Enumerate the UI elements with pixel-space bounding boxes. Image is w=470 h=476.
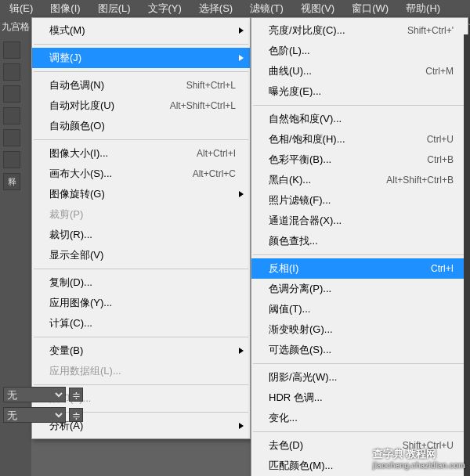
menu-separator [253, 431, 466, 432]
menu-item[interactable]: 视图(V) [295, 0, 341, 17]
left-panel-cell[interactable] [3, 41, 20, 59]
menu-item-label: 应用数据组(L)... [49, 364, 121, 378]
menu-item[interactable]: HDR 色调... [251, 388, 468, 408]
left-panel-cell[interactable] [3, 63, 20, 81]
menu-item[interactable]: 复制(D)... [32, 272, 250, 293]
menu-item-label: 计算(C)... [49, 316, 92, 330]
menu-item[interactable]: 模式(M) [32, 20, 250, 41]
select-1[interactable]: 无 [3, 387, 66, 402]
menu-item[interactable]: 辑(E) [3, 0, 39, 17]
menu-item[interactable]: 照片滤镜(F)... [251, 190, 468, 211]
menu-item[interactable]: 黑白(K)...Alt+Shift+Ctrl+B [251, 170, 468, 190]
menu-item[interactable]: 自然饱和度(V)... [251, 109, 468, 129]
menu-item[interactable]: 颜色查找... [251, 231, 468, 251]
menu-item-shortcut: Ctrl+U [427, 134, 454, 145]
menu-item: 应用数据组(L)... [32, 361, 250, 381]
menu-item-label: 变化... [269, 411, 298, 425]
menu-item-shortcut: Alt+Ctrl+I [197, 148, 236, 159]
left-panel-cell[interactable] [3, 107, 20, 124]
menu-item-label: 阴影/高光(W)... [269, 370, 337, 384]
menu-item-label: 自动对比度(U) [49, 99, 114, 113]
menu-item-label: 变量(B) [49, 344, 83, 358]
menu-item[interactable]: 画布大小(S)...Alt+Ctrl+C [32, 164, 250, 184]
menu-separator [34, 71, 248, 72]
menu-item-shortcut: Ctrl+I [431, 263, 454, 274]
submenu-arrow-icon [239, 191, 244, 197]
menu-item[interactable]: 文字(Y) [142, 0, 188, 17]
menu-separator [34, 139, 248, 140]
menu-item[interactable]: 阈值(T)... [251, 299, 468, 319]
menu-item-label: 显示全部(V) [49, 248, 103, 262]
menu-item[interactable]: 色阶(L)... [251, 41, 468, 61]
menu-item-label: 图像大小(I)... [49, 146, 108, 160]
menu-item[interactable]: 调整(J) [32, 48, 250, 68]
menu-item-label: 色彩平衡(B)... [269, 153, 331, 167]
menu-item-label: 颜色查找... [269, 234, 318, 248]
left-panel-label: 九宫格 [0, 17, 31, 37]
select-2[interactable]: 无 [3, 407, 66, 423]
menu-item-label: 去色(D) [269, 438, 303, 453]
menu-item[interactable]: 自动色调(N)Shift+Ctrl+L [32, 75, 250, 96]
menu-separator [253, 254, 466, 255]
menu-item[interactable]: 通道混合器(X)... [251, 211, 468, 231]
menu-item-label: 图像旋转(G) [49, 187, 105, 201]
menu-item[interactable]: 选择(S) [193, 0, 239, 17]
menu-item[interactable]: 裁切(R)... [32, 225, 250, 245]
left-panel-cell[interactable] [3, 129, 20, 146]
menu-item-label: 自动颜色(O) [49, 119, 105, 133]
stepper-icon[interactable]: ≑ [69, 388, 83, 402]
menu-item[interactable]: 渐变映射(G)... [251, 319, 468, 340]
menu-item[interactable]: 反相(I)Ctrl+I [251, 258, 468, 279]
menu-item[interactable]: 图像大小(I)...Alt+Ctrl+I [32, 143, 250, 164]
menu-item[interactable]: 图像旋转(G) [32, 184, 250, 204]
menu-item-shortcut: Shift+Ctrl+' [407, 25, 454, 36]
menu-item[interactable]: 应用图像(Y)... [32, 293, 250, 313]
menu-item-shortcut: Alt+Ctrl+C [193, 168, 236, 179]
menu-item[interactable]: 变化... [251, 408, 468, 428]
menu-item-label: 自动色调(N) [49, 78, 104, 92]
menu-item-label: 色阶(L)... [269, 44, 310, 58]
menubar: 辑(E)图像(I)图层(L)文字(Y)选择(S)滤镜(T)视图(V)窗口(W)帮… [0, 0, 470, 17]
menu-item-label: 色调分离(P)... [269, 282, 331, 296]
menu-item[interactable]: 色调分离(P)... [251, 279, 468, 299]
submenu-arrow-icon [239, 423, 244, 429]
menu-item[interactable]: 图像(I) [44, 0, 86, 17]
left-panel-cell[interactable] [3, 151, 20, 168]
menu-item-shortcut: Ctrl+M [425, 66, 454, 77]
bottom-selects: 无 ≑ 无 ≑ [0, 384, 86, 426]
menu-item[interactable]: 色彩平衡(B)...Ctrl+B [251, 150, 468, 170]
stepper-icon[interactable]: ≑ [69, 408, 83, 422]
menu-item-shortcut: Shift+Ctrl+L [186, 80, 236, 91]
menu-item-label: 通道混合器(X)... [269, 214, 342, 228]
menu-item[interactable]: 色相/饱和度(H)...Ctrl+U [251, 129, 468, 150]
submenu-arrow-icon [239, 55, 244, 61]
menu-item[interactable]: 亮度/对比度(C)...Shift+Ctrl+' [251, 20, 468, 41]
menu-item[interactable]: 窗口(W) [345, 0, 395, 17]
menu-item-label: 照片滤镜(F)... [269, 193, 331, 207]
menu-item-shortcut: Alt+Shift+Ctrl+B [386, 175, 454, 186]
menu-item[interactable]: 可选颜色(S)... [251, 340, 468, 360]
menu-item[interactable]: 帮助(H) [400, 0, 446, 17]
menu-item[interactable]: 显示全部(V) [32, 245, 250, 265]
left-panel-cell[interactable]: 释 [3, 173, 20, 190]
menu-item-label: 画布大小(S)... [49, 167, 112, 181]
menu-item-label: HDR 色调... [269, 391, 323, 405]
menu-item[interactable]: 滤镜(T) [244, 0, 290, 17]
menu-item[interactable]: 自动颜色(O) [32, 116, 250, 136]
menu-item-label: 裁剪(P) [49, 207, 83, 222]
menu-separator [253, 363, 466, 364]
watermark: 查字典 教程网 jiaocheng.chazidian.com [373, 447, 465, 470]
menu-item[interactable]: 计算(C)... [32, 313, 250, 334]
left-panel-cell[interactable] [3, 85, 20, 103]
menu-item[interactable]: 变量(B) [32, 341, 250, 361]
menu-item[interactable]: 曲线(U)...Ctrl+M [251, 61, 468, 81]
menu-item[interactable]: 阴影/高光(W)... [251, 367, 468, 388]
menu-item-label: 调整(J) [49, 51, 81, 65]
menu-item[interactable]: 自动对比度(U)Alt+Shift+Ctrl+L [32, 96, 250, 116]
menu-item-label: 应用图像(Y)... [49, 296, 112, 310]
menu-item[interactable]: 曝光度(E)... [251, 81, 468, 102]
menu-item-label: 曲线(U)... [269, 64, 312, 78]
menu-item[interactable]: 图层(L) [92, 0, 137, 17]
menu-item-shortcut: Alt+Shift+Ctrl+L [170, 100, 236, 111]
menu-item-shortcut: Ctrl+B [427, 154, 454, 165]
